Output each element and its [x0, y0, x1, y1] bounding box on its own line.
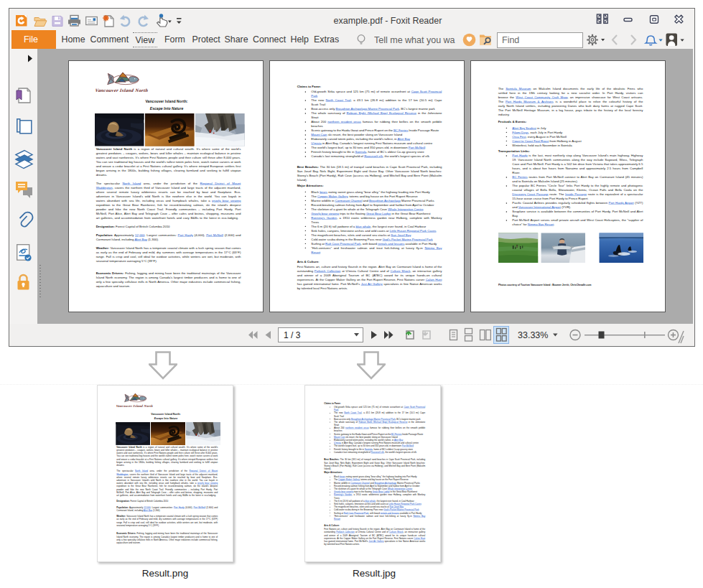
svg-text:1 / 3: 1 / 3	[284, 330, 301, 340]
svg-text:33.33%: 33.33%	[518, 330, 548, 340]
